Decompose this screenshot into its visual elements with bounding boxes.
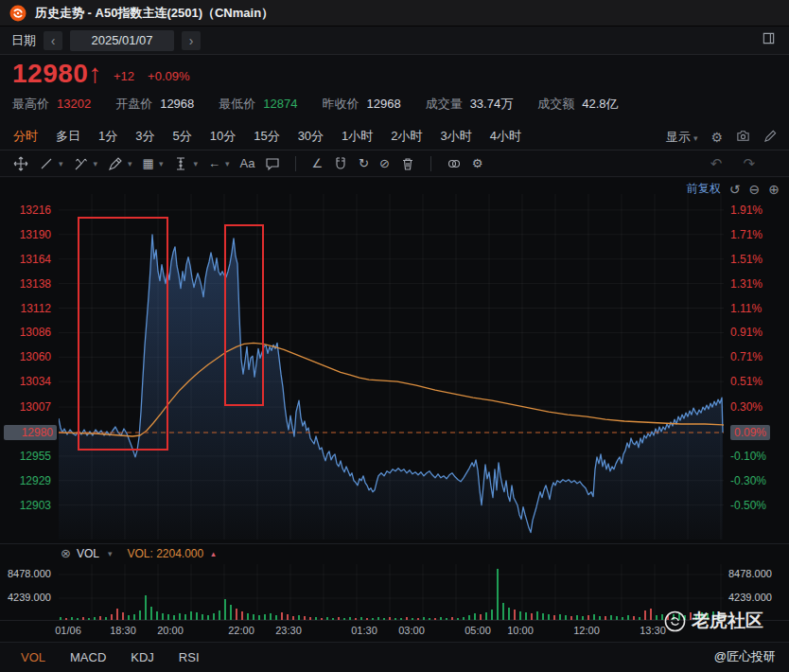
camera-icon[interactable] (736, 129, 750, 146)
tab-timeframe-4[interactable]: 3分 (135, 128, 154, 145)
price-change: +12 +0.09% (114, 69, 190, 83)
tab-timeframe-11[interactable]: 3小时 (441, 128, 472, 145)
stat-开盘价: 开盘价12968 (115, 96, 194, 113)
stat-最低价: 最低价12874 (219, 96, 297, 113)
redo-icon[interactable]: ↷ (743, 155, 755, 172)
volume-header: ⊗ VOL ▾ VOL: 2204.000 ▴ (61, 546, 216, 560)
time-axis-label: 12:00 (563, 625, 610, 636)
volume-chart[interactable] (59, 564, 724, 620)
tab-timeframe-7[interactable]: 15分 (254, 128, 279, 145)
chart-region[interactable]: 前复权 ↺ ⊖ ⊕ 132161319013164131381311213086… (0, 178, 789, 672)
chevron-down-icon: ▾ (59, 159, 63, 168)
chevron-down-icon: ▾ (193, 159, 198, 168)
chevron-down-icon: ▾ (693, 133, 698, 143)
price-axis-label: 13060 (2, 349, 51, 364)
tab-timeframe-3[interactable]: 1分 (98, 128, 117, 145)
brush-icon[interactable]: ▾ (108, 156, 132, 171)
stat-label: 开盘价 (115, 97, 152, 111)
watermark-brand: 老虎社区 (692, 609, 763, 633)
watermark: 老虎社区 (664, 609, 763, 633)
date-next-button[interactable]: › (182, 31, 201, 50)
percent-axis-label: 0.09% (730, 425, 770, 440)
tab-timeframe-1[interactable]: 分时 (13, 128, 38, 145)
volume-value: VOL: 2204.000 (127, 547, 203, 560)
time-axis-label: 03:00 (388, 625, 435, 636)
volume-axis-label: 8478.000 (8, 568, 51, 579)
zoom-out-icon[interactable]: ⊖ (749, 182, 761, 197)
compare-rings-icon[interactable] (447, 156, 462, 171)
continuous-icon[interactable]: ↻ (359, 156, 369, 170)
date-bar: 日期 ‹ 2025/01/07 › (0, 27, 789, 55)
price-axis-label: 13190 (2, 227, 51, 242)
display-dropdown[interactable]: 显示▾ (666, 129, 698, 146)
tabrow-controls: 显示▾ ⚙ (666, 123, 778, 150)
change-value: +12 (114, 69, 134, 83)
arrow-icon[interactable]: ←▾ (208, 156, 230, 170)
gear-icon[interactable]: ⚙ (710, 130, 723, 145)
toolbar-settings-icon[interactable]: ⚙ (472, 156, 483, 170)
tab-indicator-rsi[interactable]: RSI (179, 650, 200, 664)
percent-axis-label: 1.51% (730, 252, 763, 267)
stat-label: 昨收价 (322, 97, 359, 111)
pitchfork-icon[interactable]: ▾ (74, 156, 98, 171)
stat-value: 42.8亿 (582, 97, 618, 111)
tab-timeframe-6[interactable]: 10分 (210, 128, 236, 145)
direction-arrow-icon: ↑ (88, 59, 102, 88)
panel-toggle-icon[interactable] (762, 31, 776, 49)
tab-timeframe-8[interactable]: 30分 (298, 128, 324, 145)
window-title: 历史走势 - A50指数主连(2501)（CNmain） (35, 5, 273, 22)
tab-timeframe-9[interactable]: 1小时 (342, 128, 373, 145)
chevron-down-icon: ▾ (94, 159, 98, 168)
stat-最高价: 最高价13202 (12, 96, 91, 113)
volume-up-triangle-icon: ▴ (211, 549, 216, 558)
tab-timeframe-10[interactable]: 2小时 (391, 128, 422, 145)
stat-label: 最高价 (12, 97, 49, 111)
tiger-watermark-icon (664, 610, 686, 632)
indicator-tabs: VOLMACDKDJRSI (0, 642, 789, 672)
history-controls: ↶ ↷ (710, 150, 755, 177)
author-handle: @匠心投研 (714, 648, 776, 665)
price-axis-label: 13034 (2, 374, 51, 389)
tab-timeframe-2[interactable]: 多日 (56, 128, 80, 145)
stat-value: 12968 (160, 97, 194, 111)
stat-成交额: 成交额42.8亿 (537, 96, 618, 113)
reset-view-icon[interactable]: ↺ (729, 182, 741, 197)
magnet-icon[interactable] (333, 156, 348, 171)
date-value[interactable]: 2025/01/07 (70, 30, 174, 51)
title-bar: 历史走势 - A50指数主连(2501)（CNmain） (0, 0, 789, 27)
price-axis-label: 12929 (2, 473, 51, 488)
time-axis-label: 20:00 (147, 625, 194, 636)
pane-divider (0, 543, 789, 544)
zoom-in-icon[interactable]: ⊕ (768, 182, 780, 197)
tab-indicator-kdj[interactable]: KDJ (131, 650, 154, 664)
edit-icon[interactable] (763, 129, 778, 146)
comment-icon[interactable] (265, 156, 280, 171)
chevron-down-icon: ▾ (225, 159, 230, 168)
tab-indicator-macd[interactable]: MACD (70, 650, 106, 664)
percent-axis-label: 1.11% (730, 301, 762, 316)
undo-icon[interactable]: ↶ (710, 155, 723, 172)
text-icon[interactable]: Aa (239, 156, 254, 170)
trend-line-icon[interactable]: ▾ (39, 156, 63, 171)
volume-axis-label: 4239.000 (728, 592, 772, 603)
date-prev-button[interactable]: ‹ (44, 31, 62, 50)
percent-axis-label: 0.30% (730, 399, 763, 415)
volume-indicator-name[interactable]: VOL (77, 547, 99, 560)
volume-close-icon[interactable]: ⊗ (61, 546, 71, 560)
price-chart[interactable] (59, 194, 724, 539)
pattern-icon[interactable]: ▦▾ (143, 156, 164, 170)
move-icon[interactable] (13, 156, 28, 171)
price-axis-label: 12903 (2, 498, 51, 513)
chevron-down-icon[interactable]: ▾ (108, 549, 113, 558)
measure-icon[interactable]: ▾ (173, 156, 198, 171)
stat-label: 成交量 (426, 97, 463, 111)
time-axis-label: 05:00 (454, 625, 501, 636)
trash-icon[interactable] (400, 156, 415, 171)
ban-icon[interactable]: ⊘ (379, 156, 390, 170)
angle-icon[interactable]: ∠ (311, 156, 323, 170)
tab-timeframe-12[interactable]: 4小时 (490, 128, 521, 145)
tab-timeframe-5[interactable]: 5分 (172, 128, 191, 145)
tab-indicator-vol[interactable]: VOL (21, 650, 45, 664)
stat-label: 最低价 (219, 97, 255, 111)
price-axis-label: 13164 (2, 252, 51, 267)
